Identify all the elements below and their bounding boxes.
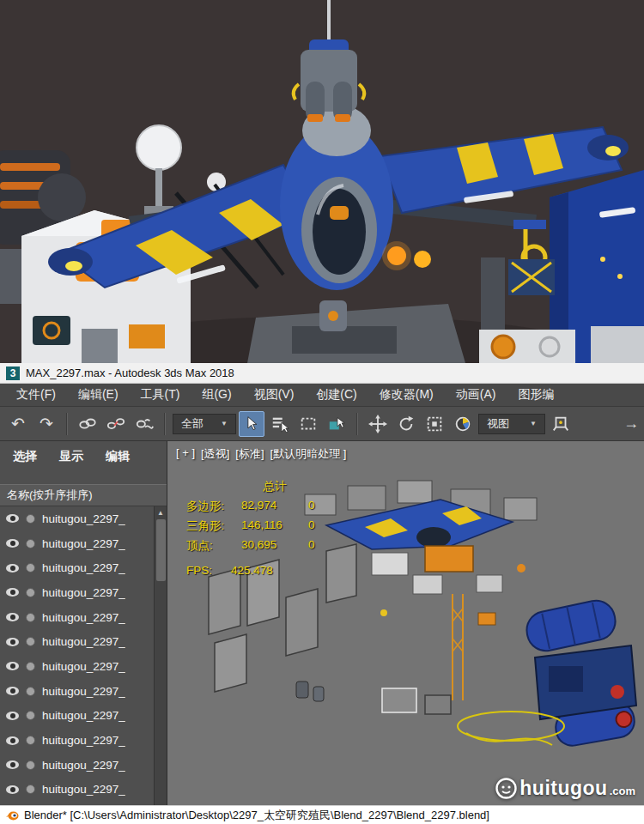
- menu-modifiers[interactable]: 修改器(M): [368, 385, 445, 405]
- visibility-eye-icon[interactable]: [6, 514, 19, 523]
- visibility-eye-icon[interactable]: [6, 760, 19, 769]
- stats-polys-value: 82,974: [241, 499, 308, 514]
- menu-graph-editors[interactable]: 图形编: [507, 385, 565, 405]
- tab-edit[interactable]: 编辑: [106, 449, 130, 464]
- list-item[interactable]: huitugou_2297_: [0, 679, 154, 704]
- status-dot-icon[interactable]: [26, 760, 35, 770]
- visibility-eye-icon[interactable]: [6, 785, 19, 794]
- visibility-eye-icon[interactable]: [6, 712, 19, 720]
- list-item[interactable]: huitugou_2297_: [0, 629, 154, 654]
- tab-select[interactable]: 选择: [13, 449, 37, 464]
- link-icon[interactable]: [75, 411, 100, 437]
- list-item[interactable]: huitugou_2297_: [0, 555, 154, 580]
- visibility-eye-icon[interactable]: [6, 736, 19, 745]
- scene-explorer-panel: 选择 显示 编辑 名称(按升序排序) huitugou_2297_ huitug…: [0, 441, 167, 805]
- selection-filter-dropdown[interactable]: 全部 ▼: [173, 414, 236, 434]
- render-scene-graphic: [0, 0, 644, 363]
- workspace: 选择 显示 编辑 名称(按升序排序) huitugou_2297_ huitug…: [0, 441, 644, 805]
- viewport-menu-pov[interactable]: [透视]: [201, 446, 229, 462]
- menu-views[interactable]: 视图(V): [243, 385, 306, 405]
- object-name: huitugou_2297_: [42, 537, 125, 550]
- bind-to-space-warp-icon[interactable]: [131, 411, 157, 437]
- list-item[interactable]: huitugou_2297_: [0, 580, 154, 605]
- list-sort-header[interactable]: 名称(按升序排序): [0, 484, 167, 506]
- render-preview: [0, 0, 644, 363]
- menubar: 文件(F) 编辑(E) 工具(T) 组(G) 视图(V) 创建(C) 修改器(M…: [0, 384, 644, 407]
- visibility-eye-icon[interactable]: [6, 687, 19, 695]
- menu-edit[interactable]: 编辑(E): [67, 385, 130, 405]
- redo-icon[interactable]: ↷: [33, 411, 59, 437]
- list-item[interactable]: huitugou_2297_: [0, 506, 154, 531]
- visibility-eye-icon[interactable]: [6, 662, 19, 670]
- status-dot-icon[interactable]: [26, 711, 35, 720]
- list-item[interactable]: huitugou_2297_: [0, 728, 154, 753]
- app-window: 3 MAX_2297.max - Autodesk 3ds Max 2018 文…: [0, 0, 644, 824]
- status-dot-icon[interactable]: [26, 539, 35, 548]
- status-dot-icon[interactable]: [26, 637, 35, 646]
- stats-polys-selected: 0: [308, 499, 337, 514]
- list-item[interactable]: huitugou_2297_: [0, 778, 154, 803]
- viewport-statistics: 总计 多边形: 82,974 0 三角形: 146,116 0 顶点: 30,6…: [186, 479, 337, 577]
- scene-explorer-tabs: 选择 显示 编辑: [0, 441, 167, 472]
- visibility-eye-icon[interactable]: [6, 564, 19, 573]
- viewport-menu-standard[interactable]: [标准]: [235, 446, 264, 462]
- status-dot-icon[interactable]: [26, 736, 35, 745]
- object-name: huitugou_2297_: [42, 709, 125, 722]
- menu-animation[interactable]: 动画(A): [445, 385, 507, 405]
- watermark-tld: .com: [610, 785, 635, 797]
- watermark: huitugou .com: [495, 777, 635, 800]
- viewport-menu-general[interactable]: [ + ]: [176, 446, 195, 462]
- object-name: huitugou_2297_: [42, 783, 125, 796]
- perspective-viewport[interactable]: [ + ] [透视] [标准] [默认明暗处理 ] 总计 多边形: 82,974…: [167, 441, 644, 805]
- select-and-scale-button[interactable]: [422, 411, 447, 437]
- status-dot-icon[interactable]: [26, 588, 35, 597]
- select-object-button[interactable]: [239, 411, 264, 437]
- list-item[interactable]: huitugou_2297_: [0, 531, 154, 556]
- visibility-eye-icon[interactable]: [6, 539, 19, 548]
- reference-coordinate-system-dropdown[interactable]: 视图 ▼: [478, 414, 545, 434]
- visibility-eye-icon[interactable]: [6, 613, 19, 621]
- toolbar-overflow-arrow[interactable]: →: [623, 415, 639, 433]
- scroll-up-icon[interactable]: ▲: [157, 506, 164, 518]
- status-dot-icon[interactable]: [26, 687, 35, 696]
- tab-display[interactable]: 显示: [59, 449, 83, 464]
- statusbar-file-path: Blender* [C:\Users\Administrator\Desktop…: [24, 808, 489, 823]
- list-item[interactable]: huitugou_2297_: [0, 753, 154, 778]
- snap-pie-icon[interactable]: [450, 411, 476, 437]
- status-dot-icon[interactable]: [26, 613, 35, 622]
- toolbar-separator: [66, 413, 68, 435]
- list-item[interactable]: huitugou_2297_: [0, 654, 154, 679]
- titlebar: 3 MAX_2297.max - Autodesk 3ds Max 2018: [0, 363, 644, 384]
- paint-selection-region-button[interactable]: [324, 411, 349, 437]
- menu-tools[interactable]: 工具(T): [130, 385, 191, 405]
- object-name: huitugou_2297_: [42, 685, 125, 698]
- select-and-rotate-button[interactable]: [393, 411, 419, 437]
- menu-group[interactable]: 组(G): [191, 385, 242, 405]
- menu-file[interactable]: 文件(F): [5, 385, 67, 405]
- object-name: huitugou_2297_: [42, 759, 125, 772]
- coordinate-system-value: 视图: [487, 416, 509, 432]
- stats-fps-label: FPS:: [186, 564, 212, 577]
- use-pivot-point-button[interactable]: [548, 411, 574, 437]
- main-toolbar: ↶ ↷ 全部 ▼: [0, 407, 644, 441]
- stats-fps-value: 425.478: [231, 564, 273, 577]
- status-dot-icon[interactable]: [26, 662, 35, 671]
- watermark-logo-icon: [495, 777, 518, 800]
- list-item[interactable]: huitugou_2297_: [0, 704, 154, 729]
- visibility-eye-icon[interactable]: [6, 638, 19, 646]
- scrollbar-thumb[interactable]: [156, 519, 166, 581]
- list-item[interactable]: huitugou_2297_: [0, 605, 154, 630]
- viewport-menu-shading[interactable]: [默认明暗处理 ]: [270, 446, 347, 462]
- visibility-eye-icon[interactable]: [6, 588, 19, 597]
- status-dot-icon[interactable]: [26, 563, 35, 573]
- list-scrollbar[interactable]: ▲: [154, 506, 167, 805]
- status-dot-icon[interactable]: [26, 514, 35, 524]
- select-by-name-button[interactable]: [267, 411, 293, 437]
- menu-create[interactable]: 创建(C): [305, 385, 368, 405]
- unlink-icon[interactable]: [103, 411, 129, 437]
- rectangular-selection-region-button[interactable]: [295, 411, 321, 437]
- select-and-move-button[interactable]: [365, 411, 391, 437]
- status-dot-icon[interactable]: [26, 785, 35, 794]
- undo-icon[interactable]: ↶: [5, 411, 31, 437]
- stats-polys-label: 多边形:: [186, 499, 241, 514]
